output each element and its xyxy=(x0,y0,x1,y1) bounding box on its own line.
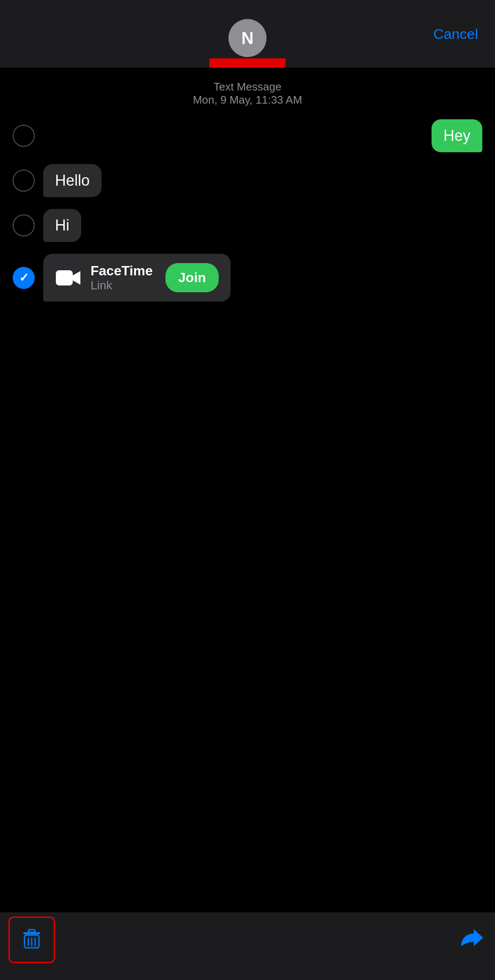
messages-area: Text Message Mon, 9 May, 11:33 AM Hey He… xyxy=(0,68,495,302)
cancel-button[interactable]: Cancel xyxy=(433,26,478,42)
share-button[interactable] xyxy=(457,925,487,955)
message-select-circle[interactable] xyxy=(13,214,35,236)
message-row: Hello xyxy=(0,164,495,197)
facetime-text: FaceTime Link xyxy=(91,263,153,292)
facetime-bubble: FaceTime Link Join xyxy=(43,254,231,302)
message-select-circle-checked[interactable]: ✓ xyxy=(13,267,35,289)
avatar: N xyxy=(228,19,267,57)
trash-icon xyxy=(20,928,44,952)
facetime-title: FaceTime xyxy=(91,263,153,279)
header: N Cancel xyxy=(0,0,495,68)
delete-button[interactable] xyxy=(8,917,55,963)
message-select-circle[interactable] xyxy=(13,125,35,147)
message-bubble-outgoing: Hey xyxy=(432,119,482,152)
red-bar-indicator xyxy=(209,58,286,68)
facetime-subtitle: Link xyxy=(91,279,153,292)
join-button[interactable]: Join xyxy=(165,263,219,292)
message-bubble-incoming: Hi xyxy=(43,209,81,242)
message-select-circle[interactable] xyxy=(13,170,35,192)
facetime-message-row: ✓ FaceTime Link Join xyxy=(0,254,495,302)
message-row: Hi xyxy=(0,209,495,242)
facetime-video-icon xyxy=(55,264,82,291)
conversation-timestamp: Text Message Mon, 9 May, 11:33 AM xyxy=(0,80,495,107)
message-row: Hey xyxy=(0,119,495,152)
checkmark-icon: ✓ xyxy=(19,271,29,285)
bottom-toolbar xyxy=(0,912,495,980)
message-bubble-incoming: Hello xyxy=(43,164,102,197)
svg-rect-2 xyxy=(28,930,35,932)
svg-rect-0 xyxy=(56,270,73,285)
share-icon xyxy=(457,925,487,955)
